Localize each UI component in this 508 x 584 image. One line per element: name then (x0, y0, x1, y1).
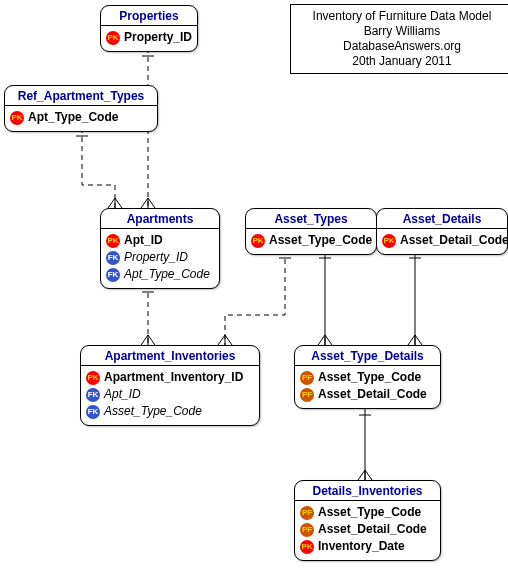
svg-line-5 (108, 198, 115, 208)
entity-attribute: PKApartment_Inventory_ID (86, 369, 254, 386)
attribute-label: Property_ID (124, 249, 188, 266)
entity-attribute: FKApt_ID (86, 386, 254, 403)
entity-attribute: FKApt_Type_Code (106, 266, 214, 283)
svg-line-23 (415, 335, 422, 345)
attribute-label: Apartment_Inventory_ID (104, 369, 243, 386)
entity-body: PKApt_IDFKProperty_IDFKApt_Type_Code (101, 229, 219, 288)
attribute-label: Inventory_Date (318, 538, 405, 555)
attribute-label: Asset_Detail_Code (400, 232, 508, 249)
entity-ref-apartment-types: Ref_Apartment_TypesPKApt_Type_Code (4, 85, 158, 132)
entity-attribute: PFAsset_Detail_Code (300, 386, 435, 403)
entity-attribute: PKInventory_Date (300, 538, 435, 555)
entity-title: Ref_Apartment_Types (5, 86, 157, 106)
entity-attribute: PKAsset_Type_Code (251, 232, 371, 249)
attribute-label: Asset_Detail_Code (318, 521, 427, 538)
entity-properties: PropertiesPKProperty_ID (100, 5, 198, 52)
attribute-label: Asset_Type_Code (318, 369, 421, 386)
attribute-label: Asset_Detail_Code (318, 386, 427, 403)
attribute-label: Asset_Type_Code (269, 232, 372, 249)
entity-body: PFAsset_Type_CodePFAsset_Detail_Code (295, 366, 440, 408)
entity-body: PKProperty_ID (101, 26, 197, 51)
entity-body: PKApt_Type_Code (5, 106, 157, 131)
entity-asset-types: Asset_TypesPKAsset_Type_Code (245, 208, 377, 255)
entity-asset-details: Asset_DetailsPKAsset_Detail_Code (376, 208, 508, 255)
fk-key-icon: FK (86, 388, 100, 402)
entity-title: Properties (101, 6, 197, 26)
svg-line-9 (141, 335, 148, 345)
fk-key-icon: FK (86, 405, 100, 419)
entity-apartment-inventories: Apartment_InventoriesPKApartment_Invento… (80, 345, 260, 426)
entity-attribute: PKProperty_ID (106, 29, 192, 46)
pk-key-icon: PK (251, 234, 265, 248)
attribute-label: Asset_Type_Code (318, 504, 421, 521)
entity-details-inventories: Details_InventoriesPFAsset_Type_CodePFAs… (294, 480, 441, 561)
info-line-3: DatabaseAnswers.org (299, 39, 505, 54)
entity-body: PKAsset_Type_Code (246, 229, 376, 254)
fk-key-icon: FK (106, 268, 120, 282)
attribute-label: Apt_ID (124, 232, 163, 249)
attribute-label: Property_ID (124, 29, 192, 46)
entity-title: Details_Inventories (295, 481, 440, 501)
attribute-label: Apt_ID (104, 386, 141, 403)
entity-asset-type-details: Asset_Type_DetailsPFAsset_Type_CodePFAss… (294, 345, 441, 409)
fk-key-icon: FK (106, 251, 120, 265)
attribute-label: Apt_Type_Code (124, 266, 210, 283)
svg-line-21 (408, 335, 415, 345)
pk-key-icon: PK (106, 31, 120, 45)
svg-line-25 (358, 470, 365, 480)
pk-key-icon: PK (10, 111, 24, 125)
pk-key-icon: PK (86, 371, 100, 385)
svg-line-27 (365, 470, 372, 480)
entity-attribute: FKProperty_ID (106, 249, 214, 266)
info-line-2: Barry Williams (299, 24, 505, 39)
entity-body: PFAsset_Type_CodePFAsset_Detail_CodePKIn… (295, 501, 440, 560)
entity-apartments: ApartmentsPKApt_IDFKProperty_IDFKApt_Typ… (100, 208, 220, 289)
diagram-info-box: Inventory of Furniture Data Model Barry … (290, 4, 508, 74)
pf-key-icon: PF (300, 371, 314, 385)
svg-line-15 (225, 335, 232, 345)
svg-line-17 (318, 335, 325, 345)
pk-key-icon: PK (106, 234, 120, 248)
pk-key-icon: PK (382, 234, 396, 248)
entity-attribute: PFAsset_Detail_Code (300, 521, 435, 538)
entity-body: PKApartment_Inventory_IDFKApt_IDFKAsset_… (81, 366, 259, 425)
pf-key-icon: PF (300, 506, 314, 520)
entity-attribute: PKAsset_Detail_Code (382, 232, 502, 249)
entity-attribute: PFAsset_Type_Code (300, 504, 435, 521)
entity-attribute: PFAsset_Type_Code (300, 369, 435, 386)
svg-line-3 (148, 198, 155, 208)
pf-key-icon: PF (300, 388, 314, 402)
pf-key-icon: PF (300, 523, 314, 537)
entity-title: Asset_Type_Details (295, 346, 440, 366)
entity-attribute: FKAsset_Type_Code (86, 403, 254, 420)
entity-attribute: PKApt_ID (106, 232, 214, 249)
info-line-1: Inventory of Furniture Data Model (299, 9, 505, 24)
attribute-label: Apt_Type_Code (28, 109, 118, 126)
entity-body: PKAsset_Detail_Code (377, 229, 507, 254)
entity-title: Apartments (101, 209, 219, 229)
svg-line-19 (325, 335, 332, 345)
entity-title: Asset_Types (246, 209, 376, 229)
pk-key-icon: PK (300, 540, 314, 554)
svg-line-13 (218, 335, 225, 345)
svg-line-7 (115, 198, 122, 208)
svg-line-1 (141, 198, 148, 208)
entity-title: Apartment_Inventories (81, 346, 259, 366)
info-line-4: 20th January 2011 (299, 54, 505, 69)
entity-attribute: PKApt_Type_Code (10, 109, 152, 126)
attribute-label: Asset_Type_Code (104, 403, 202, 420)
svg-line-11 (148, 335, 155, 345)
entity-title: Asset_Details (377, 209, 507, 229)
